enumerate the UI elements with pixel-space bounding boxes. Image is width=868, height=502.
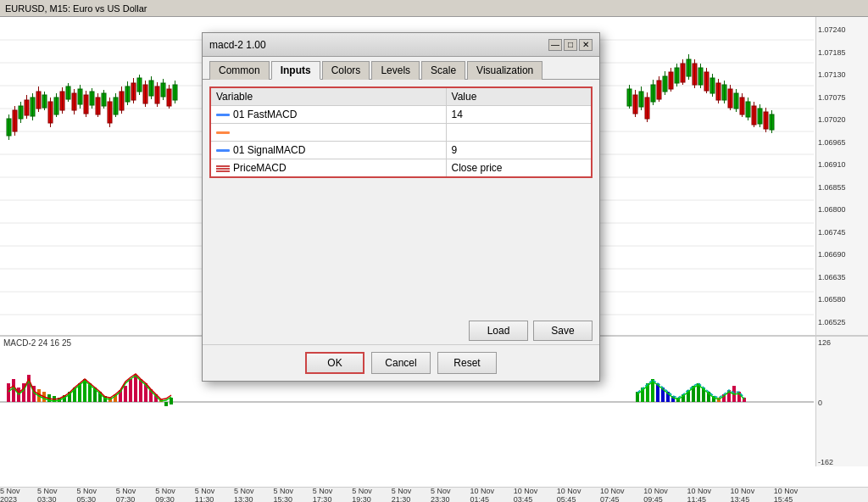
value-cell[interactable]: 14: [446, 106, 592, 124]
dialog-title: macd-2 1.00: [209, 39, 548, 51]
value-cell-selected[interactable]: 26: [446, 124, 592, 142]
table-row[interactable]: 01 SignalMACD 9: [210, 142, 592, 159]
svg-rect-145: [124, 386, 127, 402]
svg-rect-123: [12, 379, 15, 402]
tab-inputs[interactable]: Inputs: [271, 61, 320, 80]
titlebar-buttons: — □ ✕: [548, 39, 593, 51]
maximize-button[interactable]: □: [564, 39, 577, 51]
dialog-footer: OK Cancel Reset: [203, 344, 599, 381]
load-button[interactable]: Load: [469, 321, 528, 341]
col-value: Value: [446, 87, 592, 106]
close-button[interactable]: ✕: [579, 39, 593, 51]
price-axis: 1.07240 1.07185 1.07130 1.07075 1.07020 …: [815, 17, 868, 335]
col-variable: Variable: [210, 87, 446, 106]
save-button[interactable]: Save: [533, 321, 593, 341]
cancel-button[interactable]: Cancel: [371, 352, 431, 374]
variable-cell: 01 SignalMACD: [210, 142, 446, 159]
dialog-content: Variable Value 01 FastMACD 14 01 SlowMAC…: [203, 80, 599, 317]
value-cell[interactable]: 9: [446, 142, 592, 159]
chart-header: EURUSD, M15: Euro vs US Dollar: [0, 0, 868, 17]
macd-price-axis: 126 0 -162: [815, 337, 868, 466]
dialog-tabs: Common Inputs Colors Levels Scale Visual…: [203, 57, 599, 80]
svg-rect-146: [129, 379, 132, 402]
tab-visualization[interactable]: Visualization: [467, 61, 542, 80]
variable-cell-selected: 01 SlowMACD: [210, 124, 446, 142]
tab-common[interactable]: Common: [209, 61, 270, 80]
variable-cell: 01 FastMACD: [210, 106, 446, 124]
svg-rect-154: [170, 398, 173, 404]
svg-rect-147: [134, 375, 137, 402]
reset-button[interactable]: Reset: [437, 352, 497, 374]
dialog: macd-2 1.00 — □ ✕ Common Inputs Colors L…: [202, 32, 600, 382]
time-labels: 5 Nov 2023 5 Nov 03:30 5 Nov 05:30 5 Nov…: [0, 487, 868, 503]
svg-rect-153: [164, 402, 168, 406]
table-row[interactable]: 01 FastMACD 14: [210, 106, 592, 124]
time-axis: 5 Nov 2023 5 Nov 03:30 5 Nov 05:30 5 Nov…: [0, 487, 868, 502]
dialog-titlebar[interactable]: macd-2 1.00 — □ ✕: [203, 33, 599, 57]
tab-scale[interactable]: Scale: [421, 61, 465, 80]
minimize-button[interactable]: —: [548, 39, 562, 51]
table-row[interactable]: PriceMACD Close price: [210, 159, 592, 178]
value-cell[interactable]: Close price: [446, 159, 592, 178]
variable-cell: PriceMACD: [210, 159, 446, 178]
params-table: Variable Value 01 FastMACD 14 01 SlowMAC…: [209, 86, 593, 178]
tab-colors[interactable]: Colors: [322, 61, 370, 80]
ok-button[interactable]: OK: [305, 352, 364, 374]
side-buttons-area: Load Save: [203, 317, 599, 344]
tab-levels[interactable]: Levels: [371, 61, 420, 80]
table-row-selected[interactable]: 01 SlowMACD 26: [210, 124, 592, 142]
chart-title: EURUSD, M15: Euro vs US Dollar: [5, 3, 147, 14]
svg-rect-122: [7, 383, 10, 402]
